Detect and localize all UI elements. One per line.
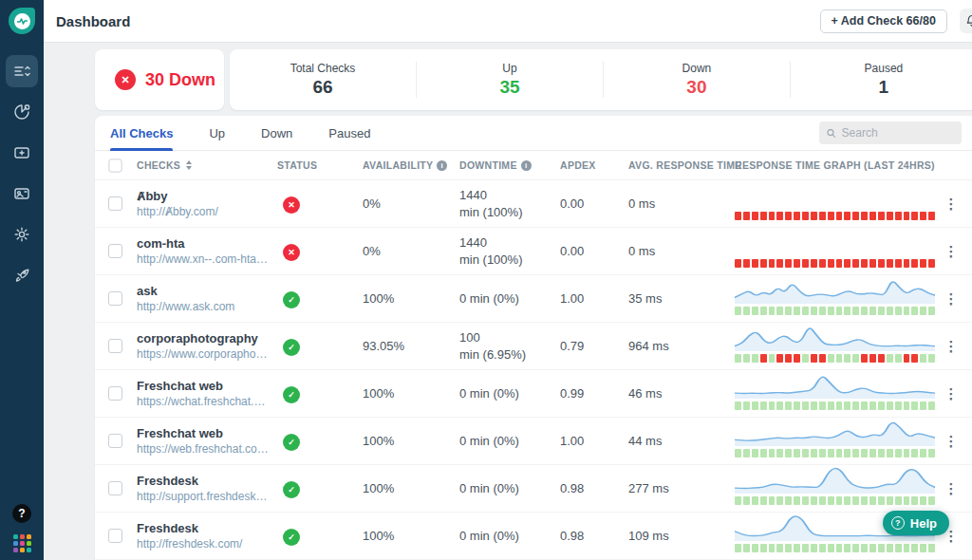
col-avg-response-time: AVG. RESPONSE TIME	[628, 159, 735, 171]
down-banner: ✕ 30 Down	[95, 49, 224, 110]
uptime-square	[836, 212, 843, 220]
response-time-graph	[735, 370, 935, 417]
check-name: ask	[137, 284, 270, 298]
tab-paused[interactable]: Paused	[328, 116, 370, 151]
uptime-square	[769, 449, 776, 457]
row-menu-kebab-icon[interactable]: ⋮	[944, 434, 958, 448]
uptime-squares-strip	[735, 449, 935, 457]
tabs-row: All Checks Up Down Paused	[95, 116, 972, 151]
status-cell: ✓	[277, 289, 363, 308]
row-menu-kebab-icon[interactable]: ⋮	[944, 244, 958, 258]
uptime-square	[811, 259, 817, 268]
notifications-button[interactable]	[960, 9, 972, 33]
uptime-square	[928, 401, 935, 410]
uptime-square	[776, 449, 783, 457]
uptime-square	[904, 449, 910, 457]
check-url-link[interactable]: http://freshdesk.com/	[137, 537, 270, 551]
row-menu-cell: ⋮	[935, 196, 967, 213]
stat-value: 30	[604, 77, 790, 98]
sidebar-item-integrations[interactable]	[6, 259, 38, 291]
row-menu-kebab-icon[interactable]: ⋮	[944, 291, 958, 306]
uptime-square	[819, 496, 826, 505]
row-menu-kebab-icon[interactable]: ⋮	[944, 196, 958, 211]
check-url-link[interactable]: http://www.ask.com	[137, 300, 270, 313]
sidebar-item-settings[interactable]	[6, 218, 38, 251]
sidebar-item-checks[interactable]	[6, 55, 38, 87]
uptime-square	[752, 259, 758, 268]
row-checkbox[interactable]	[108, 481, 122, 495]
bell-icon	[965, 14, 972, 28]
badge-card-icon	[12, 143, 31, 162]
sidebar-item-badges[interactable]	[6, 137, 38, 169]
uptime-square	[852, 259, 859, 268]
check-url-link[interactable]: http://Ⱥbby.com/	[137, 205, 270, 218]
check-url-link[interactable]: https://www.corporaphotograp...	[137, 347, 270, 361]
col-status: STATUS	[277, 159, 363, 171]
check-url-link[interactable]: http://www.xn--.com-hta.com/	[137, 252, 270, 266]
avg-response-time-value: 35 ms	[628, 291, 735, 306]
sidebar: ?	[0, 0, 44, 560]
uptime-square	[836, 544, 843, 552]
logo-pulse-icon	[14, 13, 30, 29]
content: ✕ 30 Down Total Checks 66 Up 35 Down 30	[44, 43, 972, 560]
availability-info-icon[interactable]: i	[437, 160, 447, 171]
status-up-icon: ✓	[283, 339, 300, 356]
search-input[interactable]	[842, 126, 954, 140]
check-url-link[interactable]: https://web.freshchat.com/app/...	[137, 442, 270, 456]
select-all-checkbox[interactable]	[108, 159, 122, 172]
downtime-value: 1440 min (100%)	[459, 187, 560, 220]
uptime-square	[887, 307, 893, 315]
uptime-square	[819, 259, 826, 268]
row-checkbox[interactable]	[108, 291, 122, 306]
check-cell: corporaphotographyhttps://www.corporapho…	[137, 331, 277, 361]
row-checkbox[interactable]	[108, 339, 122, 353]
freshping-logo[interactable]	[9, 8, 35, 34]
table-row: Freshdeskhttp://freshdesk.com/✓100%0 min…	[95, 513, 972, 560]
row-menu-kebab-icon[interactable]: ⋮	[944, 386, 958, 401]
row-checkbox[interactable]	[108, 529, 122, 543]
uptime-square	[811, 544, 817, 552]
stat-down: Down 30	[603, 62, 790, 98]
uptime-square	[836, 401, 843, 410]
uptime-square	[776, 401, 783, 410]
sort-control[interactable]	[186, 160, 192, 170]
tab-down[interactable]: Down	[261, 116, 292, 151]
tab-all-checks[interactable]: All Checks	[110, 116, 173, 151]
downtime-info-icon[interactable]: i	[521, 160, 532, 171]
check-name: Freshdesk	[137, 474, 270, 488]
row-menu-kebab-icon[interactable]: ⋮	[944, 339, 958, 353]
row-checkbox[interactable]	[108, 434, 122, 448]
uptime-square	[861, 307, 868, 315]
availability-value: 100%	[363, 529, 459, 543]
uptime-square	[794, 544, 800, 552]
uptime-square	[861, 449, 868, 457]
downtime-value: 0 min (0%)	[459, 480, 560, 497]
uptime-square	[752, 496, 758, 505]
apps-switcher-icon[interactable]	[13, 534, 31, 552]
uptime-square	[811, 212, 817, 220]
help-question-icon[interactable]: ?	[12, 504, 31, 523]
uptime-square	[844, 496, 850, 505]
uptime-square	[760, 259, 767, 268]
uptime-square	[895, 307, 902, 315]
uptime-square	[869, 354, 876, 363]
check-url-link[interactable]: https://wchat.freshchat.com/ap...	[137, 395, 270, 408]
uptime-square	[752, 544, 758, 552]
check-url-link[interactable]: http://support.freshdesk.com	[137, 490, 270, 503]
sidebar-item-status-pages[interactable]	[6, 177, 38, 210]
help-button[interactable]: ? Help	[883, 511, 949, 535]
row-checkbox[interactable]	[108, 244, 122, 258]
stat-paused: Paused 1	[790, 62, 972, 98]
uptime-squares-strip	[735, 544, 935, 552]
row-checkbox[interactable]	[108, 196, 122, 211]
add-check-button[interactable]: + Add Check 66/80	[820, 9, 947, 33]
row-menu-kebab-icon[interactable]: ⋮	[944, 481, 958, 495]
uptime-square	[904, 354, 910, 363]
status-up-icon: ✓	[283, 434, 300, 451]
tab-up[interactable]: Up	[209, 116, 225, 151]
avg-response-time-value: 277 ms	[628, 481, 735, 495]
row-checkbox[interactable]	[108, 386, 122, 401]
uptime-square	[844, 401, 850, 410]
sidebar-item-reports[interactable]	[6, 96, 38, 128]
status-up-icon: ✓	[283, 529, 300, 546]
